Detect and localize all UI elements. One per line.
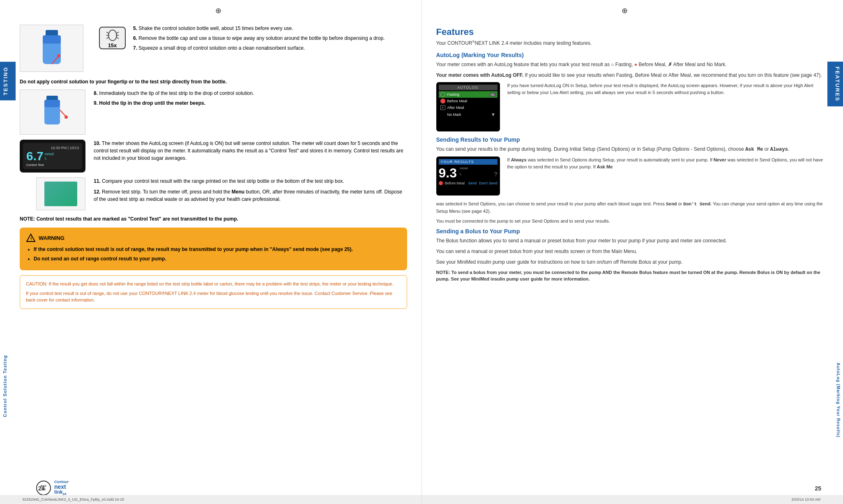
yr-meal-label: Before Meal [445,181,468,185]
warning-bullet2: Do not send an out of range control resu… [34,255,401,263]
left-main-content: ⊕ [16,0,422,504]
step12-text: 12. Remove test strip. To turn the meter… [94,188,407,203]
step7-text: 7. Squeeze a small drop of control solut… [133,44,407,52]
autolog-para2: Your meter comes with AutoLog OFF. If yo… [436,71,824,79]
step10-text: 10. The meter shows the AutoLog screen (… [94,140,407,164]
features-title: Features [436,27,824,37]
tab-control-solution: Control Solution Testing [0,350,16,422]
right-main-content: ⊕ Features Your CONTOUR®NEXT LINK 2.4 me… [422,0,828,504]
autolog-para1: Your meter comes with an AutoLog feature… [436,61,824,68]
contour-logo: Contour next link24 [54,480,69,496]
doc-number: 81552940_CntrNextLINK2_4_UG_ENca_FpBp_v0… [23,497,124,502]
svg-text:!: ! [30,236,32,241]
steps-567-text: 5. Shake the control solution bottle wel… [133,25,407,72]
autolog-after-meal: ✗ After Meal [439,104,498,111]
sending-results-description: If Always was selected in Send Options d… [507,156,824,170]
right-page: ⊕ Features Your CONTOUR®NEXT LINK 2.4 me… [422,0,843,504]
bottle-image [20,25,83,72]
sending-results-note: You must be connected to the pump to set… [436,218,824,225]
autolog-screen: AUTOLOG Fasting Ok Before Meal [436,82,500,131]
caution-box: CAUTION: If the result you get does not … [20,275,407,309]
features-intro: Your CONTOUR®NEXT LINK 2.4 meter include… [436,40,824,46]
svg-point-5 [108,30,117,41]
your-results-screen: YOUR RESULTS 9.3 mmol L ? Before Meal [436,156,500,196]
svg-point-16 [64,115,68,119]
svg-point-4 [57,54,60,58]
sending-results-para1: You can send your results to the pump du… [436,145,824,153]
meter-reading: 6.7 [26,150,44,162]
page-container: TESTING Control Solution Testing ⊕ [0,0,843,504]
sending-bolus-section: Sending a Bolus to Your Pump The Bolus f… [436,228,824,283]
tab-autolog: AutoLog (Marking Your Results) [827,358,843,442]
yr-send-btn: Send [468,181,477,185]
bolus-para2: You can send a manual or preset bolus fr… [436,248,824,255]
meter-label: Control Test [26,163,79,167]
caution-line2: If your control test result is out of ra… [26,290,401,304]
yr-meal-icon [439,181,443,185]
control-test-note: NOTE: Control test results that are mark… [20,215,407,223]
step11-text: 11. Compare your control test result wit… [94,177,407,185]
warning-header: ! WARNING [26,233,401,242]
autolog-screen-wrapper: AUTOLOG Fasting Ok Before Meal [436,82,507,131]
bold-warning-text: Do not apply control solution to your fi… [20,78,407,85]
autolog-screen-header: AUTOLOG [439,85,498,90]
vial-image [20,90,85,135]
step89-section: 8. Immediately touch the tip of the test… [20,90,407,135]
warning-list: If the control solution test result is o… [26,246,401,263]
yr-reading-row: 9.3 mmol L ? [439,166,498,180]
step1112-section: 11. Compare your control test result wit… [20,177,407,210]
right-footer-bar: 3/20/14 10:04 AM [422,495,843,504]
step5-text: 5. Shake the control solution bottle wel… [133,25,407,32]
sending-bolus-heading: Sending a Bolus to Your Pump [436,228,824,235]
sending-results-detail: was selected in Send Options, you can ch… [436,200,824,214]
right-footer-date: 3/20/14 10:04 AM [791,497,820,502]
step9-text: 9. Hold the tip in the drop until the me… [94,99,407,107]
your-results-row: YOUR RESULTS 9.3 mmol L ? Before Meal [436,156,824,196]
sending-results-heading: Sending Results to Your Pump [436,136,824,143]
tab-testing: TESTING [0,62,16,100]
step6-text: 6. Remove the bottle cap and use a tissu… [133,35,407,42]
yr-dont-send-btn: Don't Send [479,181,497,185]
svg-line-15 [60,110,66,116]
step5-section: 15x 5. Shake the control solution bottle… [20,25,407,72]
yr-header: YOUR RESULTS [439,159,498,165]
bolus-para1: The Bolus function allows you to send a … [436,237,824,244]
svg-rect-14 [44,100,60,107]
page-number-24: 24 [38,485,45,492]
caution-line1: CAUTION: If the result you get does not … [26,281,401,288]
left-footer-bar: 81552940_CntrNextLINK2_4_UG_ENca_FpBp_v0… [0,495,422,504]
autolog-section: AutoLog (Marking Your Results) Your mete… [436,52,824,131]
steps-1112-text: 11. Compare your control test result wit… [94,177,407,210]
tab-features: FEATURES [827,62,843,106]
shake-count: 15x [108,42,117,48]
warning-triangle-icon: ! [26,233,35,242]
autolog-fasting: Fasting Ok [439,91,498,98]
shake-badge: 15x [99,27,126,49]
bolus-para3: See your MiniMed insulin pump user guide… [436,258,824,266]
autolog-screen-row: AUTOLOG Fasting Ok Before Meal [436,82,824,131]
yr-bottom-row: Before Meal Send Don't Send [439,181,498,185]
autolog-before-meal: Before Meal [439,98,498,104]
left-side-tabs: TESTING Control Solution Testing [0,0,16,504]
crosshair-left: ⊕ [215,6,221,15]
crosshair-right: ⊕ [622,6,628,15]
sending-results-section: Sending Results to Your Pump You can sen… [436,136,824,225]
svg-rect-0 [46,30,58,36]
page-number-25: 25 [815,485,821,492]
step8-text: 8. Immediately touch the tip of the test… [94,90,407,97]
test-strip-box-image [36,177,85,210]
svg-rect-2 [43,35,61,44]
autolog-heading: AutoLog (Marking Your Results) [436,52,824,58]
meter-display: 10:30 PM | 10/13 6.7 mmol L Control Test [20,140,85,173]
autolog-description: If you have turned AutoLog ON in Setup, … [507,82,824,96]
steps-89-text: 8. Immediately touch the tip of the test… [94,90,407,109]
warning-box: ! WARNING If the control solution test r… [20,228,407,270]
left-page: TESTING Control Solution Testing ⊕ [0,0,422,504]
bolus-note: NOTE: To send a bolus from your meter, y… [436,269,824,283]
step10-section: 10:30 PM | 10/13 6.7 mmol L Control Test… [20,140,407,173]
right-side-tabs: FEATURES AutoLog (Marking Your Results) [827,0,843,504]
warning-bullet1: If the control solution test result is o… [34,246,401,253]
autolog-no-mark: No Mark ▼ [439,111,498,118]
yr-number: 9.3 [439,166,457,180]
